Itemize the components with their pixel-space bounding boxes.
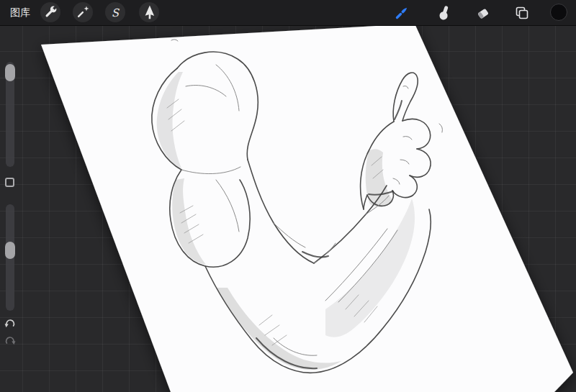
layers-button[interactable] bbox=[512, 3, 532, 23]
undo-arrow-icon bbox=[4, 317, 16, 329]
modify-button[interactable] bbox=[5, 178, 14, 187]
paint-tool-button[interactable] bbox=[391, 3, 411, 23]
canvas-paper[interactable] bbox=[41, 24, 573, 392]
brush-size-slider-handle[interactable] bbox=[5, 64, 15, 81]
brush-sidebar bbox=[0, 25, 22, 392]
color-swatch-button[interactable] bbox=[550, 4, 567, 21]
svg-text:S: S bbox=[112, 6, 120, 19]
wrench-icon bbox=[40, 2, 60, 22]
eraser-icon bbox=[473, 3, 493, 23]
transform-button[interactable] bbox=[139, 2, 159, 22]
adjustments-button[interactable] bbox=[73, 2, 93, 22]
brush-size-slider[interactable] bbox=[6, 62, 14, 167]
smudge-tool-button[interactable] bbox=[434, 3, 454, 23]
selection-button[interactable]: S bbox=[105, 2, 125, 22]
redo-arrow-icon bbox=[4, 334, 16, 346]
redo-button[interactable] bbox=[4, 334, 16, 346]
erase-tool-button[interactable] bbox=[473, 3, 493, 23]
smudge-finger-icon bbox=[434, 3, 454, 23]
drawing-canvas[interactable] bbox=[0, 0, 576, 392]
magic-wand-icon bbox=[73, 2, 93, 22]
transform-arrow-icon bbox=[139, 2, 159, 22]
gallery-button[interactable]: 图库 bbox=[10, 0, 30, 25]
undo-button[interactable] bbox=[4, 317, 16, 329]
selection-s-icon: S bbox=[105, 2, 125, 22]
brush-opacity-slider-handle[interactable] bbox=[5, 242, 15, 259]
layers-icon bbox=[512, 3, 532, 23]
top-toolbar: 图库 S bbox=[0, 0, 576, 26]
brush-opacity-slider[interactable] bbox=[6, 204, 14, 311]
actions-button[interactable] bbox=[40, 2, 60, 22]
paintbrush-icon bbox=[391, 3, 411, 23]
app-window: 图库 S bbox=[0, 0, 576, 392]
